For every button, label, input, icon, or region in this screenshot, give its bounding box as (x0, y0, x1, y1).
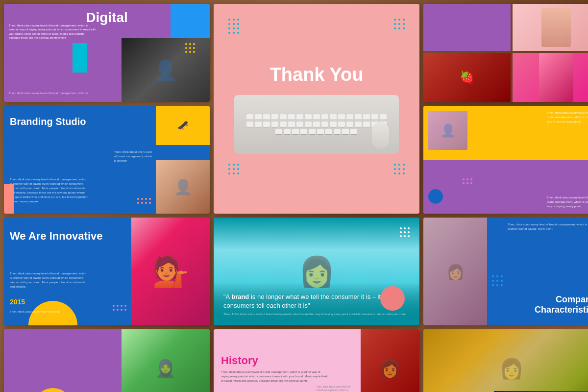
company-dots (492, 275, 503, 286)
key (363, 114, 370, 120)
key (355, 122, 362, 127)
key (330, 114, 337, 120)
teal-dots-bottomleft (228, 164, 239, 174)
innovative-year-desc: Then, think about every level of brand. (10, 310, 60, 313)
key (280, 122, 287, 127)
key (338, 122, 345, 127)
key (342, 129, 349, 135)
overview-person-image: 🧕 (122, 329, 210, 392)
berries-emoji: 🍓 (460, 71, 474, 84)
slide-thank-you[interactable]: Thank You (214, 4, 419, 214)
blue-circle-decoration (428, 189, 443, 204)
project-person-image: 👩 (423, 329, 588, 392)
person-silhouette-1: 👤 (122, 38, 210, 102)
key (350, 129, 357, 135)
purple-block (423, 4, 511, 51)
key (309, 129, 316, 135)
innovative-year: 2015 (10, 298, 25, 306)
project-person-emoji: 👩 (423, 329, 588, 392)
slide-company-characteristics[interactable]: 👩 CompanyCharacteristi... Then, think ab… (423, 218, 588, 325)
key (275, 129, 282, 135)
rightmid-text1: Then, think about every level of brand m… (547, 111, 588, 124)
company-text: Then, think about every level of brand m… (508, 222, 588, 231)
innovative-body: Then, think about every level of brand m… (10, 271, 88, 289)
slide-brand-quote[interactable]: 👩 "A brand is no longer what we tell the… (214, 218, 419, 325)
yellow-top-block: 🛹 (156, 106, 210, 145)
key (330, 122, 337, 127)
slide-right-mid-collage: 👤 Then, think about every level of brand… (423, 106, 588, 214)
gold-semicircle-decoration (28, 301, 77, 325)
key (380, 114, 387, 120)
digital-person-image: 👤 (122, 38, 210, 102)
slide-we-are-innovative[interactable]: 💁 We Are Innovative Then, think about ev… (4, 218, 210, 325)
slide-branding-overview[interactable]: Branding Overview 🧕 (4, 329, 210, 392)
key (292, 129, 299, 135)
rightmid-text2: Then, think about every level of brand m… (547, 196, 588, 209)
quote-content: "A brand is no longer what we tell the c… (223, 293, 402, 309)
key (321, 122, 328, 127)
key (346, 122, 353, 127)
history-person-image: 👩 (361, 329, 419, 392)
berries-image: 🍓 (423, 53, 511, 102)
teal-dots-bottomright (394, 164, 405, 174)
key (280, 114, 287, 120)
overview-title: Branding Overview (9, 390, 107, 392)
person-image-2 (539, 53, 573, 102)
key (288, 114, 295, 120)
key (317, 129, 324, 135)
slide-top-right-collage: 🍓 (423, 4, 588, 102)
person-silhouette-2: 👤 (156, 160, 210, 214)
branding-studio-body: Then, think about every level of brand m… (10, 177, 88, 204)
slide-history[interactable]: History Then, think about every level of… (214, 329, 419, 392)
key (246, 114, 253, 120)
teal-dots-topright (394, 19, 405, 29)
history-title: History (221, 354, 258, 367)
pink-left-bar (4, 184, 14, 214)
digital-dots (185, 43, 195, 53)
history-right-text: Plan, think about every level of brand m… (317, 385, 356, 392)
overview-person-emoji: 🧕 (122, 329, 210, 392)
key (296, 122, 303, 127)
key (263, 122, 270, 127)
key (255, 122, 262, 127)
history-person-emoji: 👩 (361, 329, 419, 392)
key (271, 114, 278, 120)
pink-hair-block (513, 53, 588, 102)
rightmid-person-emoji: 👤 (428, 111, 467, 150)
key (246, 122, 253, 127)
quote-body: Then, Think about every level of brand m… (223, 313, 410, 316)
branding-studio-title: Branding Studio (10, 116, 86, 127)
key (305, 114, 312, 120)
key (313, 122, 320, 127)
key (300, 129, 307, 135)
rightmid-person-image: 👤 (428, 111, 467, 150)
key (325, 129, 332, 135)
key (355, 114, 362, 120)
salmon-circle-decoration (380, 286, 405, 311)
slide-project[interactable]: 👩 Then, think about every level of brand… (423, 329, 588, 392)
branding-dots (137, 198, 151, 204)
slide-branding-studio[interactable]: 🛹 Branding Studio Then, think about ever… (4, 106, 210, 214)
company-title: CompanyCharacteristi... (535, 294, 588, 316)
thankyou-title: Thank You (270, 64, 364, 85)
key (296, 114, 303, 120)
branding-small-text: Then, think about every level of brand m… (114, 150, 153, 163)
key (313, 114, 320, 120)
company-person-emoji: 👩 (423, 218, 487, 325)
teal-decoration (73, 43, 87, 73)
company-person-image: 👩 (423, 218, 487, 325)
slide-digital[interactable]: Digital Then, think about every level of… (4, 4, 210, 102)
key (271, 122, 278, 127)
innovative-title: We Are Innovative (10, 230, 103, 243)
key (338, 114, 345, 120)
pink-person-block (513, 4, 588, 51)
mouse-peripheral (372, 122, 389, 149)
key (371, 114, 378, 120)
digital-label: Then, think about every level of brand m… (9, 92, 88, 95)
skateboard-emoji: 🛹 (175, 118, 190, 133)
quote-dots (400, 227, 410, 237)
key (288, 122, 295, 127)
pink-person-visual: 💁 (131, 218, 210, 325)
person-emoji-pink: 💁 (152, 254, 189, 289)
innovative-dots (113, 305, 126, 311)
